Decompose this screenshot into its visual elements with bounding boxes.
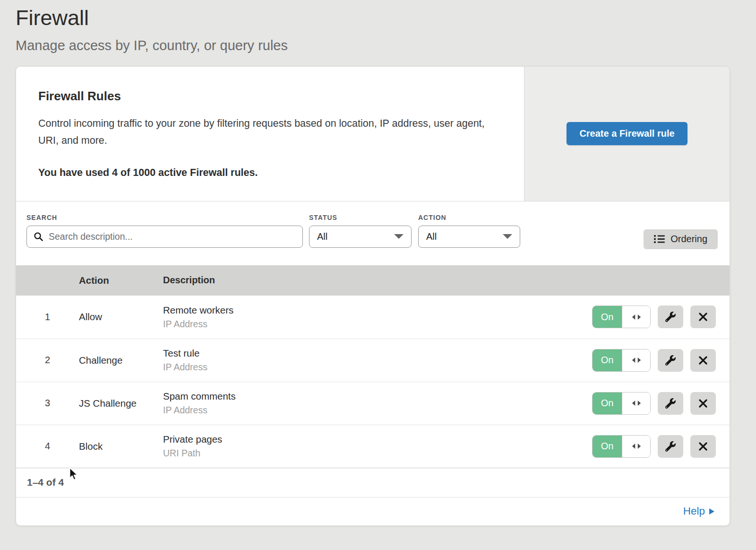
table-row: 4 Block Private pages URI Path On bbox=[16, 425, 730, 468]
toggle-arrows-icon bbox=[631, 357, 642, 364]
ordering-button-label: Ordering bbox=[670, 234, 707, 244]
firewall-rules-card: Firewall Rules Control incoming traffic … bbox=[16, 66, 730, 526]
action-column-header: Action bbox=[79, 275, 163, 286]
search-input[interactable] bbox=[49, 231, 296, 242]
table-row: 2 Challenge Test rule IP Address On bbox=[16, 339, 730, 382]
page-header: Firewall Manage access by IP, country, o… bbox=[0, 0, 756, 53]
delete-rule-button[interactable] bbox=[690, 435, 716, 458]
help-link[interactable]: Help bbox=[683, 505, 714, 517]
toggle-arrows-icon bbox=[631, 443, 642, 450]
toggle-handle[interactable] bbox=[622, 349, 650, 371]
rule-action: JS Challenge bbox=[79, 398, 163, 409]
card-footer: Help bbox=[16, 497, 730, 525]
toggle-on-label[interactable]: On bbox=[593, 349, 622, 371]
table-row: 3 JS Challenge Spam comments IP Address … bbox=[16, 382, 730, 425]
action-select[interactable]: All bbox=[418, 226, 520, 248]
close-icon bbox=[698, 442, 708, 451]
rule-action: Allow bbox=[79, 311, 163, 323]
wrench-icon bbox=[665, 355, 676, 366]
toggle-on-label[interactable]: On bbox=[593, 436, 622, 457]
chevron-down-icon bbox=[394, 234, 404, 239]
toggle-arrows-icon bbox=[631, 314, 642, 321]
page-subtitle: Manage access by IP, country, or query r… bbox=[16, 38, 756, 53]
rule-enabled-toggle[interactable]: On bbox=[592, 392, 651, 415]
close-icon bbox=[698, 399, 708, 408]
status-selected-value: All bbox=[317, 231, 327, 242]
rule-priority: 4 bbox=[16, 441, 79, 452]
rule-enabled-toggle[interactable]: On bbox=[592, 349, 651, 372]
rule-action: Challenge bbox=[79, 355, 163, 366]
status-label: STATUS bbox=[309, 214, 412, 221]
toggle-on-label[interactable]: On bbox=[593, 393, 622, 414]
rule-description: Test rule bbox=[163, 348, 592, 359]
search-label: SEARCH bbox=[26, 214, 303, 221]
rule-match-type: IP Address bbox=[163, 362, 592, 373]
toggle-handle[interactable] bbox=[622, 393, 650, 414]
rule-priority: 3 bbox=[16, 398, 79, 409]
edit-rule-button[interactable] bbox=[658, 435, 683, 458]
rule-match-type: URI Path bbox=[163, 448, 592, 459]
rule-enabled-toggle[interactable]: On bbox=[592, 435, 651, 458]
action-selected-value: All bbox=[426, 231, 437, 242]
rule-match-type: IP Address bbox=[163, 319, 592, 330]
toggle-handle[interactable] bbox=[622, 436, 650, 457]
status-select[interactable]: All bbox=[309, 226, 412, 248]
table-row: 1 Allow Remote workers IP Address On bbox=[16, 296, 730, 339]
chevron-down-icon bbox=[503, 234, 512, 239]
section-heading: Firewall Rules bbox=[38, 89, 505, 104]
rules-table-body: 1 Allow Remote workers IP Address On bbox=[16, 296, 730, 468]
wrench-icon bbox=[665, 312, 676, 322]
page-title: Firewall bbox=[16, 6, 756, 30]
toggle-handle[interactable] bbox=[622, 306, 650, 328]
usage-summary: You have used 4 of 1000 active Firewall … bbox=[38, 167, 505, 179]
ordering-list-icon bbox=[654, 235, 665, 244]
wrench-icon bbox=[665, 398, 676, 409]
rule-priority: 1 bbox=[16, 312, 79, 323]
rule-priority: 2 bbox=[16, 355, 79, 366]
section-description: Control incoming traffic to your zone by… bbox=[38, 115, 487, 149]
edit-rule-button[interactable] bbox=[658, 306, 683, 328]
ordering-button[interactable]: Ordering bbox=[644, 229, 718, 249]
edit-rule-button[interactable] bbox=[658, 392, 683, 415]
description-column-header: Description bbox=[163, 275, 592, 286]
pagination-bar: 1–4 of 4 bbox=[16, 468, 730, 497]
create-firewall-rule-button[interactable]: Create a Firewall rule bbox=[567, 122, 687, 145]
wrench-icon bbox=[665, 441, 676, 452]
search-icon bbox=[34, 232, 43, 242]
create-rule-panel: Create a Firewall rule bbox=[524, 67, 730, 201]
toggle-on-label[interactable]: On bbox=[593, 306, 622, 328]
delete-rule-button[interactable] bbox=[690, 349, 716, 372]
rule-enabled-toggle[interactable]: On bbox=[592, 306, 651, 328]
pagination-text: 1–4 of 4 bbox=[27, 477, 64, 488]
edit-rule-button[interactable] bbox=[658, 349, 683, 372]
close-icon bbox=[698, 356, 708, 365]
rule-action: Block bbox=[79, 441, 163, 452]
filters-bar: SEARCH STATUS All ACTION All bbox=[16, 201, 730, 265]
search-box[interactable] bbox=[26, 226, 303, 248]
rule-description: Private pages bbox=[163, 434, 592, 445]
rules-table-header: Action Description bbox=[16, 265, 730, 296]
rule-description: Remote workers bbox=[163, 305, 592, 316]
delete-rule-button[interactable] bbox=[690, 392, 716, 415]
toggle-arrows-icon bbox=[631, 400, 642, 407]
arrow-right-icon bbox=[709, 508, 714, 515]
intro-section: Firewall Rules Control incoming traffic … bbox=[16, 67, 730, 201]
rule-match-type: IP Address bbox=[163, 405, 592, 416]
close-icon bbox=[698, 312, 708, 322]
rule-description: Spam comments bbox=[163, 391, 592, 402]
action-label: ACTION bbox=[418, 214, 520, 221]
delete-rule-button[interactable] bbox=[690, 306, 716, 328]
help-link-label: Help bbox=[683, 505, 705, 517]
